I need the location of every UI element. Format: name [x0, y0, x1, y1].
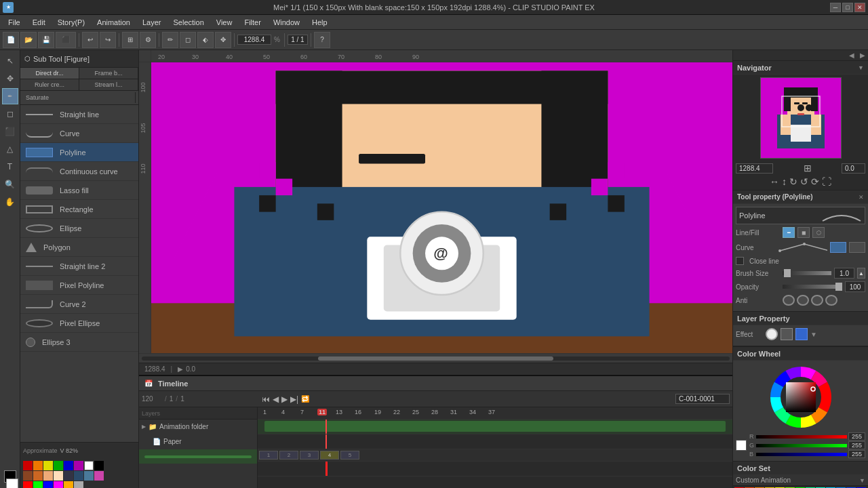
menu-animation[interactable]: Animation: [92, 17, 136, 28]
eraser-button[interactable]: ◻: [180, 32, 196, 48]
sub-tab-frame[interactable]: Frame b...: [79, 68, 138, 79]
color-wheel-svg[interactable]: [767, 363, 835, 431]
close-button[interactable]: ✕: [854, 3, 865, 12]
nav-flip-h[interactable]: ↔: [770, 176, 779, 187]
open-button[interactable]: 📂: [20, 32, 37, 48]
timeline-tracks[interactable]: 1 4 7 11 13 16 19 22 25 28 31 34: [258, 407, 732, 488]
cursor-tool[interactable]: ↖: [2, 53, 18, 69]
color-swatch-skin[interactable]: [43, 471, 53, 481]
new-button[interactable]: 📄: [3, 32, 19, 48]
timeline-prev-frame[interactable]: ⏮: [262, 394, 270, 404]
color-swatch-teal[interactable]: [84, 471, 94, 481]
nav-flip-v[interactable]: ↕: [782, 176, 787, 187]
nav-rotate-ccw[interactable]: ↺: [800, 176, 808, 187]
export-button[interactable]: ⬛: [56, 32, 76, 48]
nav-rotate-cw[interactable]: ↻: [789, 176, 797, 187]
timeline-playhead[interactable]: [326, 420, 327, 434]
color-set-more[interactable]: ▼: [859, 477, 865, 484]
color-swatch-green[interactable]: [54, 461, 63, 470]
menu-selection[interactable]: Selection: [168, 17, 210, 28]
color-set-header[interactable]: Color Set: [733, 462, 868, 475]
layer-prop-header[interactable]: Layer Property: [733, 312, 868, 325]
redo-button[interactable]: ↪: [100, 32, 116, 48]
maximize-button[interactable]: □: [842, 3, 853, 12]
opacity-value[interactable]: 100: [845, 281, 865, 292]
curve-type-3[interactable]: [849, 242, 865, 253]
color-swatch-light-skin[interactable]: [54, 471, 63, 481]
sub-tab-direct[interactable]: Direct dr...: [20, 68, 79, 79]
timeline-loop[interactable]: 🔁: [301, 395, 309, 403]
anti-none[interactable]: [783, 295, 795, 306]
tool-ellipse[interactable]: Ellipse: [20, 219, 138, 238]
menu-edit[interactable]: Edit: [27, 17, 51, 28]
small-swatch-amber[interactable]: [64, 481, 73, 488]
tool-prop-header[interactable]: Tool property (Polyline) ✕: [733, 190, 868, 204]
tool-pixel-polyline[interactable]: Pixel Polyline: [20, 276, 138, 295]
tool-straight-line[interactable]: Straight line: [20, 105, 138, 124]
color-g-value[interactable]: 255: [848, 441, 865, 449]
color-swatch-dark-navy[interactable]: [64, 471, 73, 481]
timeline-layer-animation[interactable]: ▶ 📁 Animation folder: [139, 420, 257, 434]
anti-strong[interactable]: [825, 295, 837, 306]
pen-tool[interactable]: ✒: [2, 88, 18, 104]
tool-straight-line-2[interactable]: Straight line 2: [20, 257, 138, 276]
color-swatch-pink[interactable]: [94, 471, 104, 481]
brush-size-up[interactable]: ▲: [857, 268, 865, 279]
cel-name-display[interactable]: C-001-0001: [675, 394, 730, 404]
color-swatch-blue[interactable]: [64, 461, 73, 470]
color-swatch-red[interactable]: [23, 461, 33, 470]
scrollbar-thumb-h[interactable]: [318, 357, 553, 361]
nav-reset[interactable]: ⟳: [811, 176, 819, 187]
color-r-slider[interactable]: [756, 435, 847, 439]
sub-tab-stream[interactable]: Stream l...: [79, 79, 138, 90]
small-swatch-magenta[interactable]: [54, 481, 63, 488]
panel-arrow-right[interactable]: ▶: [857, 50, 868, 60]
effect-more-btn[interactable]: ▼: [810, 331, 817, 338]
color-swatch-brown[interactable]: [23, 471, 33, 481]
tool-polygon[interactable]: Polygon: [20, 238, 138, 257]
tool-pixel-ellipse[interactable]: Pixel Ellipse: [20, 314, 138, 333]
fill-btn[interactable]: ◼: [797, 227, 810, 238]
effect-btn-3[interactable]: [795, 328, 808, 340]
small-swatch-red[interactable]: [23, 481, 33, 488]
undo-button[interactable]: ↩: [82, 32, 98, 48]
timeline-next[interactable]: ▶|: [290, 394, 298, 404]
fill-outline-btn[interactable]: ⬡: [812, 227, 825, 238]
move-button[interactable]: ✥: [215, 32, 231, 48]
tool-continuous-curve[interactable]: Continuous curve: [20, 162, 138, 181]
tool-curve[interactable]: Curve: [20, 124, 138, 143]
brush-button[interactable]: ✏: [162, 32, 178, 48]
curve-type-2[interactable]: [830, 242, 846, 253]
move-tool[interactable]: ✥: [2, 70, 18, 87]
brush-size-slider[interactable]: [783, 271, 831, 275]
color-wheel-header[interactable]: Color Wheel: [733, 347, 868, 361]
menu-story[interactable]: Story(P): [52, 17, 90, 28]
timeline-layer-paper[interactable]: 📄 Paper: [139, 434, 257, 449]
menu-help[interactable]: Help: [307, 17, 333, 28]
color-swatch-black[interactable]: [94, 461, 104, 470]
sub-tab-ruler[interactable]: Ruler cre...: [20, 79, 79, 90]
play-button[interactable]: ▶: [178, 365, 183, 373]
fill-tool[interactable]: ⬛: [2, 123, 18, 140]
color-swatch-yellow[interactable]: [43, 461, 53, 470]
text-tool[interactable]: T: [2, 159, 18, 175]
nav-zoom-input[interactable]: 1288.4: [736, 163, 773, 174]
tool-lasso-fill[interactable]: Lasso fill: [20, 181, 138, 200]
eraser-tool[interactable]: ◻: [2, 106, 18, 122]
color-swatch-purple[interactable]: [74, 461, 83, 470]
effect-btn-2[interactable]: [781, 328, 793, 340]
minimize-button[interactable]: ─: [830, 3, 841, 12]
canvas-viewport[interactable]: @: [151, 62, 732, 353]
save-button[interactable]: 💾: [38, 32, 54, 48]
sub-tab-saturate[interactable]: Saturate: [23, 92, 136, 103]
small-swatch-green[interactable]: [33, 481, 43, 488]
line-btn[interactable]: ━: [783, 227, 795, 238]
color-r-value[interactable]: 255: [848, 432, 865, 441]
close-line-check[interactable]: [736, 257, 744, 265]
frame-nav-input[interactable]: 1 / 1: [288, 35, 308, 45]
lasso-button[interactable]: ⬖: [197, 32, 214, 48]
menu-layer[interactable]: Layer: [137, 17, 167, 28]
nav-fit-btn[interactable]: ⊞: [801, 163, 814, 174]
color-swatch-tan[interactable]: [33, 471, 43, 481]
navigator-header[interactable]: Navigator ▼: [733, 61, 868, 75]
